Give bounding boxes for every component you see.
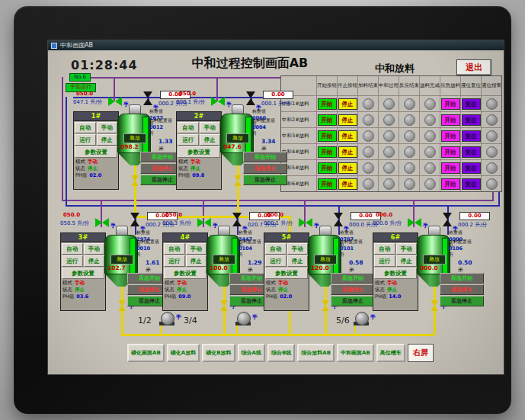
nav-button[interactable]: 综合放料AB <box>297 344 335 362</box>
params-button[interactable]: 参数设置 <box>62 268 104 279</box>
quick-discharge-button[interactable]: 急放 <box>226 133 249 143</box>
inlet-valve-icon[interactable] <box>299 218 312 227</box>
params-button[interactable]: 参数设置 <box>164 268 206 279</box>
level-value: 1.29 <box>248 259 262 266</box>
pump-pair-label: 3/4 <box>184 316 197 325</box>
run-button[interactable]: 运行 <box>164 255 185 267</box>
emergency-stop-button[interactable]: 应急停止 <box>440 284 484 295</box>
pump-icon[interactable] <box>237 312 251 325</box>
caustic-valve-icon[interactable] <box>246 91 255 105</box>
nav-button[interactable]: 综合B线 <box>267 344 295 362</box>
nav-button[interactable]: 磺化画面AB <box>127 344 165 362</box>
level-reset-button[interactable]: 复位 <box>462 114 481 126</box>
nav-button[interactable]: 高位槽车 <box>376 344 405 362</box>
stop-button[interactable]: 停止 <box>338 162 357 174</box>
emergency-discharge-button[interactable]: 开始 <box>441 114 460 126</box>
run-button[interactable]: 运行 <box>265 255 287 267</box>
quick-discharge-button[interactable]: 急放 <box>423 255 446 265</box>
stop-button[interactable]: 停止 <box>186 255 207 267</box>
level-reset-button[interactable]: 复位 <box>462 146 481 158</box>
manual-button[interactable]: 手动 <box>186 243 207 255</box>
params-button[interactable]: 参数设置 <box>75 146 117 158</box>
pump-icon[interactable] <box>161 312 174 325</box>
run-button[interactable]: 运行 <box>62 255 83 267</box>
manual-button[interactable]: 手动 <box>97 122 118 133</box>
weigh-label: 称重值 <box>449 229 463 236</box>
start-button[interactable]: 开始 <box>318 98 337 110</box>
inlet-valve-icon[interactable] <box>408 218 421 227</box>
run-button[interactable]: 运行 <box>75 134 96 146</box>
manual-button[interactable]: 手动 <box>396 243 418 255</box>
start-button[interactable]: 开始 <box>318 162 337 174</box>
manual-button[interactable]: 手动 <box>200 122 221 133</box>
emergency-start-button[interactable]: 应急开始 <box>440 273 484 284</box>
emergency-start-button[interactable]: 应急开始 <box>331 273 375 284</box>
level-reset-button[interactable]: 复位 <box>462 98 481 110</box>
start-button[interactable]: 开始 <box>318 130 337 142</box>
nav-button[interactable]: 中和画面AB <box>337 344 374 362</box>
stop-button[interactable]: 停止 <box>287 255 309 267</box>
start-button[interactable]: 开始 <box>318 146 337 158</box>
caustic-valve-icon[interactable] <box>143 91 152 105</box>
start-button[interactable]: 开始 <box>318 114 337 126</box>
quick-discharge-button[interactable]: 急放 <box>314 255 337 265</box>
level-reset-button[interactable]: 复位 <box>462 178 481 190</box>
quick-discharge-button[interactable]: 急放 <box>110 255 133 265</box>
params-button[interactable]: 参数设置 <box>374 268 417 279</box>
level-reset-button[interactable]: 复位 <box>462 130 481 142</box>
inlet-valve-icon[interactable] <box>211 97 225 106</box>
level-readout: 0.58 米 <box>349 259 363 274</box>
exit-button[interactable]: 退出 <box>456 59 491 75</box>
caustic-valve-icon[interactable] <box>443 213 452 226</box>
emergency-discharge-button[interactable]: 开始 <box>441 178 460 190</box>
caustic-valve-icon[interactable] <box>130 213 139 226</box>
auto-button[interactable]: 自动 <box>164 243 185 255</box>
stop-button[interactable]: 停止 <box>396 255 418 267</box>
emergency-discharge-button[interactable]: 开始 <box>441 146 460 158</box>
ph-row: PH值03.6 <box>61 293 105 300</box>
flow-setpoint-box[interactable]: 0.00 <box>263 91 293 99</box>
stop-button[interactable]: 停止 <box>338 98 357 110</box>
stop-button[interactable]: 停止 <box>84 255 105 267</box>
stop-button[interactable]: 停止 <box>338 130 357 142</box>
run-button[interactable]: 运行 <box>374 255 395 267</box>
inlet-valve-icon[interactable] <box>95 218 109 227</box>
quick-discharge-button[interactable]: 急放 <box>213 255 235 265</box>
start-button[interactable]: 开始 <box>318 178 337 190</box>
auto-button[interactable]: 自动 <box>265 243 287 255</box>
auto-button[interactable]: 自动 <box>75 122 96 133</box>
run-button[interactable]: 运行 <box>178 134 199 146</box>
stop-button[interactable]: 停止 <box>338 114 357 126</box>
emergency-discharge-button[interactable]: 开始 <box>441 162 460 174</box>
flow-setpoint-box[interactable]: 0.00 <box>459 212 490 220</box>
stop-button[interactable]: 停止 <box>200 134 221 146</box>
tank-id-label: 1# <box>74 112 118 121</box>
emergency-stop-button[interactable]: 应急停止 <box>331 284 375 295</box>
level-reset-button[interactable]: 复位 <box>462 162 481 174</box>
auto-button[interactable]: 自动 <box>374 243 395 255</box>
inlet-valve-icon[interactable] <box>197 218 211 227</box>
auto-button[interactable]: 自动 <box>62 243 83 255</box>
emergency-discharge-button[interactable]: 开始 <box>441 130 460 142</box>
manual-button[interactable]: 手动 <box>84 243 105 255</box>
right-screen-button[interactable]: 右屏 <box>408 344 434 362</box>
nav-button[interactable]: 综合A线 <box>238 344 265 362</box>
table-cell <box>482 96 501 111</box>
emergency-discharge-button[interactable]: 开始 <box>441 98 460 110</box>
stop-button[interactable]: 停止 <box>97 134 118 146</box>
params-button[interactable]: 参数设置 <box>265 268 308 279</box>
nav-button[interactable]: 磺化B放料 <box>202 344 235 362</box>
quick-discharge-button[interactable]: 急放 <box>123 133 146 143</box>
emergency-stop-button[interactable]: 应急停止 <box>243 163 287 174</box>
inlet-valve-icon[interactable] <box>108 97 122 106</box>
caustic-valve-icon[interactable] <box>232 213 242 226</box>
caustic-valve-icon[interactable] <box>334 213 343 226</box>
manual-button[interactable]: 手动 <box>287 243 309 255</box>
auto-button[interactable]: 自动 <box>178 122 199 133</box>
emergency-start-button[interactable]: 应急开始 <box>243 152 287 162</box>
nav-button[interactable]: 磺化A放料 <box>167 344 200 362</box>
stop-button[interactable]: 停止 <box>338 146 357 158</box>
params-button[interactable]: 参数设置 <box>178 146 220 158</box>
stop-button[interactable]: 停止 <box>338 178 357 190</box>
pump-icon[interactable] <box>355 312 369 325</box>
